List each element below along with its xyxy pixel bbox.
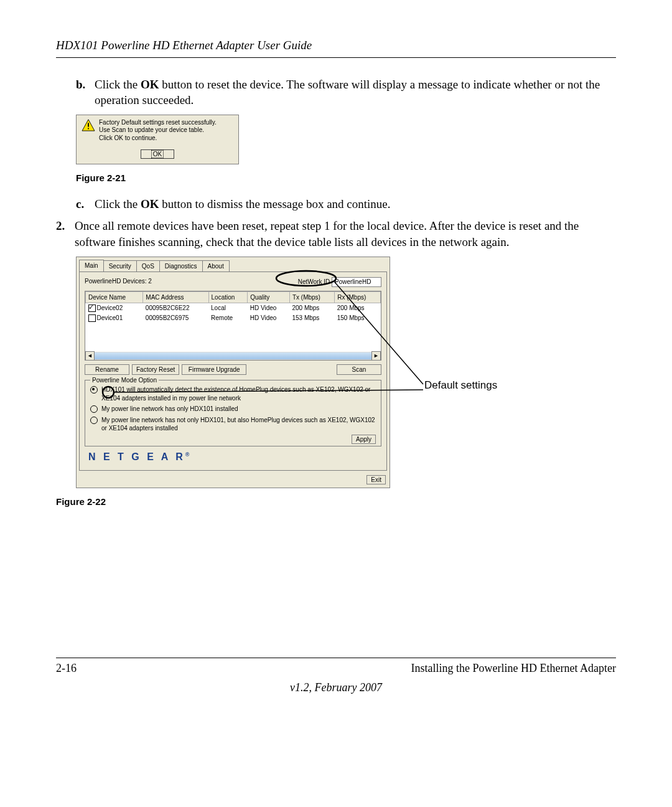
step-c-bold: OK	[141, 197, 159, 210]
page-number: 2-16	[56, 661, 77, 676]
col-location[interactable]: Location	[208, 291, 248, 303]
col-tx[interactable]: Tx (Mbps)	[289, 291, 334, 303]
warning-icon	[82, 119, 95, 131]
svg-rect-2	[88, 128, 89, 129]
networkid-field[interactable]: PowerlineHD	[332, 277, 381, 287]
firmware-upgrade-button[interactable]: Firmware Upgrade	[182, 364, 246, 375]
step-b-post: button to reset the device. The software…	[95, 78, 600, 107]
doc-header: HDX101 Powerline HD Ethernet Adapter Use…	[56, 37, 616, 58]
group-legend: Powerline Mode Option	[90, 376, 159, 385]
step-b: b. Click the OK button to reset the devi…	[76, 77, 616, 108]
col-mac[interactable]: MAC Address	[143, 291, 208, 303]
step-2: 2. Once all remote devices have been res…	[56, 218, 616, 250]
msgbox-ok-button[interactable]: OK	[141, 149, 174, 159]
device-count: PowerlineHD Devices: 2	[85, 277, 152, 287]
figure-2-22-caption: Figure 2-22	[56, 496, 616, 508]
col-device-name[interactable]: Device Name	[86, 291, 143, 303]
tab-qos[interactable]: QoS	[136, 260, 160, 272]
radio-option-3-label: My power line network has not only HDX10…	[101, 416, 376, 433]
step-b-bold: OK	[141, 78, 159, 91]
marker-b: b.	[76, 77, 95, 108]
exit-button[interactable]: Exit	[366, 475, 386, 484]
section-title: Installing the Powerline HD Ethernet Ada…	[411, 661, 616, 676]
col-quality[interactable]: Quality	[248, 291, 290, 303]
figure-2-21-caption: Figure 2-21	[76, 172, 616, 184]
radio-option-2-label: My power line network has only HDX101 in…	[101, 405, 238, 413]
annotation-label: Default settings	[424, 379, 497, 392]
row0-checkbox[interactable]	[88, 304, 96, 312]
figure-2-22-appwindow: Main Security QoS Diagnostics About Powe…	[76, 257, 390, 489]
col-rx[interactable]: Rx (Mbps)	[335, 291, 381, 303]
msgbox-line2: Use Scan to update your device table.	[99, 126, 233, 134]
radio-option-3[interactable]	[90, 417, 98, 424]
doc-version: v1.2, February 2007	[56, 680, 616, 695]
step-c-post: button to dismiss the message box and co…	[159, 197, 390, 210]
msgbox-line3: Click OK to continue.	[99, 134, 233, 143]
scan-button[interactable]: Scan	[337, 364, 381, 375]
table-row[interactable]: Device02 00095B2C6E22 Local HD Video 200…	[86, 303, 381, 313]
scroll-right-icon[interactable]: ►	[371, 351, 381, 361]
step-b-pre: Click the	[95, 78, 141, 91]
step-c: c. Click the OK button to dismiss the me…	[76, 196, 616, 212]
step-2-text: Once all remote devices have been reset,…	[75, 218, 616, 250]
rename-button[interactable]: Rename	[85, 364, 129, 375]
tab-bar: Main Security QoS Diagnostics About	[77, 257, 390, 272]
radio-option-1-label: HDX101 will automatically detect the exi…	[101, 385, 376, 402]
apply-button[interactable]: Apply	[352, 435, 376, 444]
tab-about[interactable]: About	[202, 260, 230, 272]
radio-option-2[interactable]	[90, 405, 98, 413]
device-table: Device Name MAC Address Location Quality…	[85, 291, 381, 361]
factory-reset-button[interactable]: Factory Reset	[132, 364, 179, 375]
figure-2-21-msgbox: Factory Default settings reset successfu…	[76, 115, 239, 165]
step-c-pre: Click the	[95, 197, 141, 210]
marker-c: c.	[76, 196, 95, 212]
tab-diagnostics[interactable]: Diagnostics	[159, 260, 203, 272]
netgear-logo: N E T G E A R®	[85, 446, 381, 465]
row1-checkbox[interactable]	[88, 314, 96, 322]
svg-rect-1	[88, 123, 89, 126]
footer: 2-16 Installing the Powerline HD Etherne…	[56, 658, 616, 695]
networkid-label: NetWork ID	[298, 278, 330, 285]
table-row[interactable]: Device01 00095B2C6975 Remote HD Video 15…	[86, 313, 381, 323]
marker-2: 2.	[56, 218, 75, 250]
scroll-left-icon[interactable]: ◄	[85, 351, 95, 361]
tab-security[interactable]: Security	[103, 260, 137, 272]
msgbox-line1: Factory Default settings reset successfu…	[99, 119, 233, 127]
h-scrollbar[interactable]: ◄ ►	[85, 352, 381, 360]
radio-option-1[interactable]	[90, 386, 98, 394]
powerline-mode-group: Powerline Mode Option HDX101 will automa…	[85, 380, 381, 446]
tab-main[interactable]: Main	[79, 260, 104, 272]
